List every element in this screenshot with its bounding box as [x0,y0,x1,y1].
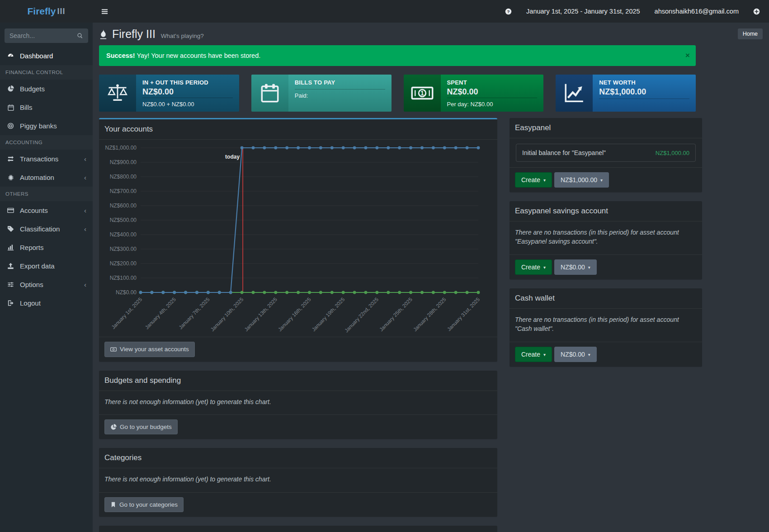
balance-dropdown[interactable]: NZ$0.00▾ [554,347,597,362]
budgets-empty-message: There is not enough information (yet) to… [104,398,271,405]
view-asset-accounts-label: View your asset accounts [120,345,189,353]
create-button[interactable]: Create▾ [515,172,552,188]
sidebar-section-financial-control: FINANCIAL CONTROL [0,65,93,80]
accounts-panel-footer: View your asset accounts [99,337,497,362]
caret-down-icon: ▾ [543,264,546,270]
account-card-body: Initial balance for "Easypanel"NZ$1,000.… [510,138,702,167]
account-card-footer: Create▾NZ$1,000.00▾ [510,167,702,192]
caret-down-icon: ▾ [543,351,546,358]
svg-text:NZ$1,000.00: NZ$1,000.00 [105,145,137,151]
svg-text:NZ$200.00: NZ$200.00 [110,260,137,267]
exchange-icon [6,155,15,162]
caret-down-icon: ▾ [600,177,603,183]
chevron-left-icon: ‹ [84,207,86,214]
sidebar-item-reports[interactable]: Reports [0,238,93,257]
balance-dropdown[interactable]: NZ$0.00▾ [554,259,597,275]
user-email[interactable]: ahsonshaikh616@gmail.com [655,8,739,15]
sidebar-item-label: Bills [20,104,33,111]
sliders-icon [6,281,15,288]
sidebar: Firefly III DashboardFINANCIAL CONTROLBu… [0,0,93,532]
scale-icon [99,75,136,112]
infobox-body: IN + OUT THIS PERIODNZ$0.00NZ$0.00 + NZ$… [136,75,239,112]
bullseye-icon [6,122,15,129]
success-alert: Success! Yay! Your new accounts have bee… [99,45,696,66]
create-button[interactable]: Create▾ [515,259,552,275]
sidebar-item-label: Options [20,281,43,288]
svg-text:today: today [225,154,240,160]
credit-card-icon [6,207,15,214]
main-content: Firefly III What's playing? Home Success… [93,23,769,532]
help-icon[interactable]: ? [505,8,512,15]
svg-text:January 4th, 2025: January 4th, 2025 [144,297,177,330]
chevron-left-icon: ‹ [84,226,86,232]
svg-text:January 22nd, 2025: January 22nd, 2025 [344,297,379,333]
view-asset-accounts-button[interactable]: View your asset accounts [104,342,195,357]
budgets-panel: Budgets and spending There is not enough… [99,371,497,439]
go-to-budgets-button[interactable]: Go to your budgets [104,419,178,435]
sidebar-item-label: Classification [20,225,60,233]
sidebar-item-automation[interactable]: Automation‹ [0,168,93,187]
caret-down-icon: ▾ [588,264,590,270]
categories-empty-message: There is not enough information (yet) to… [104,476,271,483]
budgets-panel-footer: Go to your budgets [99,414,497,439]
sidebar-item-dashboard[interactable]: Dashboard [0,47,93,65]
sidebar-item-classification[interactable]: Classification‹ [0,220,93,238]
svg-text:January 16th, 2025: January 16th, 2025 [277,297,312,332]
dashboard-icon [6,52,15,59]
sidebar-section-accounting: ACCOUNTING [0,135,93,150]
balance-dropdown-label: NZ$0.00 [561,350,585,358]
go-to-categories-button[interactable]: Go to your categories [104,497,184,513]
go-to-budgets-label: Go to your budgets [120,423,172,431]
categories-panel-title: Categories [99,448,497,468]
line-chart-icon [556,75,593,112]
sidebar-item-accounts[interactable]: Accounts‹ [0,201,93,220]
search-input[interactable] [9,32,77,39]
bar-chart-icon [6,244,15,251]
sidebar-item-export-data[interactable]: Export data [0,257,93,275]
sidebar-item-bills[interactable]: Bills [0,98,93,117]
sidebar-item-options[interactable]: Options‹ [0,275,93,294]
svg-text:NZ$700.00: NZ$700.00 [110,188,137,194]
topnav-right: ? January 1st, 2025 - January 31st, 2025… [505,8,769,15]
svg-text:January 7th, 2025: January 7th, 2025 [178,297,211,330]
alert-message: Yay! Your new accounts have been stored. [135,52,261,59]
infobox-footer [599,99,689,108]
svg-text:January 31st, 2025: January 31st, 2025 [446,297,481,332]
transaction-amount: NZ$1,000.00 [656,150,689,156]
create-button-label: Create [521,263,540,271]
budgets-panel-title: Budgets and spending [99,371,497,391]
chevron-left-icon: ‹ [84,155,86,162]
dashboard-container: Success! Yay! Your new accounts have bee… [93,45,702,532]
infobox-in-out-this-period: IN + OUT THIS PERIODNZ$0.00NZ$0.00 + NZ$… [99,75,239,112]
sidebar-item-label: Logout [20,299,41,307]
transaction-description-link[interactable]: Initial balance for "Easypanel" [522,149,606,156]
create-button[interactable]: Create▾ [515,347,552,362]
sidebar-item-budgets[interactable]: Budgets [0,80,93,98]
search-icon[interactable] [77,33,83,39]
alert-close-icon[interactable]: × [685,51,690,60]
upload-icon [6,263,15,269]
infobox-body: SPENTNZ$0.00Per day: NZ$0.00 [441,75,544,112]
account-card-empty-message: There are no transactions (in this perio… [515,229,679,245]
balance-dropdown[interactable]: NZ$1,000.00▾ [554,172,609,188]
hamburger-menu-icon[interactable] [93,0,117,23]
expense-accounts-panel: Expense accounts [99,526,497,532]
app-logo[interactable]: Firefly III [0,0,93,23]
money-bill-icon [110,346,117,353]
svg-text:January 19th, 2025: January 19th, 2025 [311,297,346,332]
sidebar-item-piggy-banks[interactable]: Piggy banks [0,117,93,135]
date-range[interactable]: January 1st, 2025 - January 31st, 2025 [526,8,640,15]
infobox-spent: 1SPENTNZ$0.00Per day: NZ$0.00 [404,75,544,112]
breadcrumb-home[interactable]: Home [738,28,763,39]
sidebar-item-label: Budgets [20,85,45,93]
svg-text:January 1st, 2025: January 1st, 2025 [110,297,143,330]
infobox-footer: NZ$0.00 + NZ$0.00 [142,98,233,108]
sidebar-item-label: Dashboard [20,52,53,60]
account-card-title: Easypanel [510,118,702,138]
sidebar-item-transactions[interactable]: Transactions‹ [0,150,93,168]
chevron-left-icon: ‹ [84,281,86,288]
sidebar-item-logout[interactable]: Logout [0,294,93,312]
alert-strong: Success! [106,52,135,59]
balance-dropdown-label: NZ$1,000.00 [561,176,597,184]
plus-circle-icon[interactable] [753,8,760,15]
